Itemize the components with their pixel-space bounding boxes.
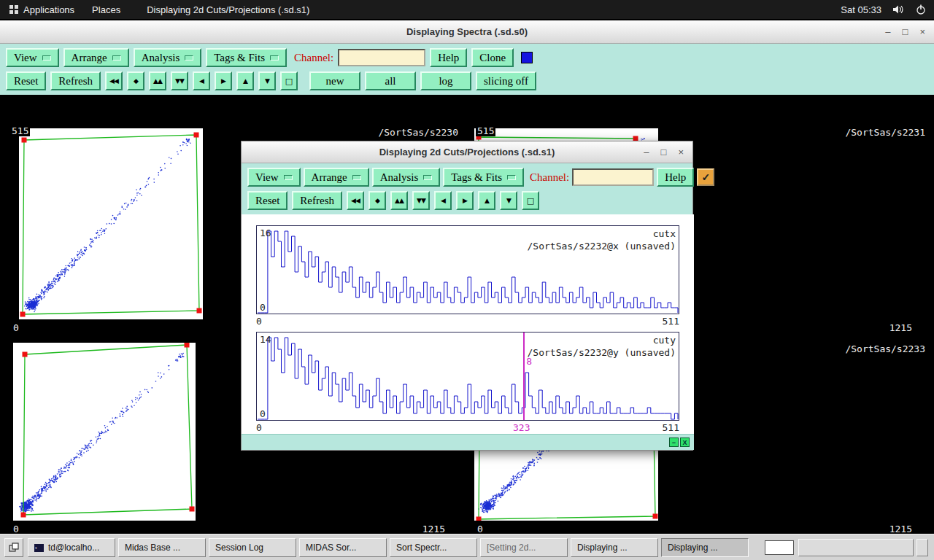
places-label: Places bbox=[92, 4, 120, 15]
dialog-panel-close-button[interactable]: X bbox=[680, 438, 690, 447]
nav-page-down-button[interactable]: ▼▼ bbox=[171, 71, 188, 90]
applications-label: Applications bbox=[23, 4, 74, 15]
dialog-titlebar[interactable]: Displaying 2d Cuts/Projections (.sd.s1) … bbox=[242, 141, 692, 163]
spectrum-name-label: /SortSas/s2233 bbox=[844, 343, 927, 354]
view-menu-label: View bbox=[255, 171, 279, 184]
nav-first-button[interactable]: ◀◀ bbox=[105, 71, 123, 90]
applications-icon bbox=[9, 4, 19, 15]
active-window-button[interactable]: Displaying 2d Cuts/Projections (.sd.s1) bbox=[138, 0, 318, 19]
workspace-switcher[interactable] bbox=[765, 540, 794, 555]
dialog-minimize-button[interactable]: – bbox=[644, 147, 649, 158]
dialog-channel-label: Channel: bbox=[530, 171, 569, 184]
color-swatch[interactable] bbox=[521, 52, 533, 63]
main-window-title: Displaying Spectra (.sd.s0) bbox=[406, 26, 528, 37]
menu-indicator-icon bbox=[423, 175, 432, 180]
dialog-arrange-menu-button[interactable]: Arrange bbox=[304, 168, 369, 187]
task-midas-base[interactable]: Midas Base ... bbox=[118, 538, 206, 557]
cuty-title: cuty bbox=[528, 334, 676, 346]
log-button[interactable]: log bbox=[420, 71, 471, 90]
task-displaying-cuts[interactable]: Displaying ... bbox=[661, 538, 749, 557]
channel-input[interactable] bbox=[338, 49, 425, 66]
cutx-source-label: /SortSas/s2232@x (unsaved) bbox=[528, 240, 676, 252]
dialog-maximize-button[interactable]: □ bbox=[661, 147, 667, 158]
dialog-reset-button[interactable]: Reset bbox=[247, 191, 287, 210]
confirm-checkbox[interactable]: ✓ bbox=[697, 168, 714, 186]
dialog-nav-up-button[interactable]: ▲ bbox=[478, 191, 495, 210]
cuty-source-label: /SortSas/s2232@y (unsaved) bbox=[528, 346, 676, 359]
dialog-view-menu-button[interactable]: View bbox=[247, 168, 301, 187]
task-label: MIDAS Sor... bbox=[306, 542, 356, 553]
help-button[interactable]: Help bbox=[430, 48, 467, 67]
analysis-menu-button[interactable]: Analysis bbox=[134, 48, 202, 67]
marker-line[interactable] bbox=[523, 332, 525, 420]
main-titlebar[interactable]: Displaying Spectra (.sd.s0) – □ × bbox=[0, 20, 934, 44]
dialog-channel-input[interactable] bbox=[572, 168, 654, 186]
task-label: [Setting 2d... bbox=[487, 542, 536, 553]
active-window-label: Displaying 2d Cuts/Projections (.sd.s1) bbox=[147, 4, 309, 15]
nav-center-button[interactable]: ◆ bbox=[127, 71, 144, 90]
volume-icon[interactable] bbox=[892, 4, 905, 15]
dialog-nav-page-up-button[interactable]: ▲▲ bbox=[390, 191, 408, 210]
dialog-close-button[interactable]: × bbox=[678, 147, 684, 158]
nav-page-up-button[interactable]: ▲▲ bbox=[149, 71, 166, 90]
task-label: Displaying ... bbox=[668, 542, 718, 553]
taskbar: › td@localho... Midas Base ... Session L… bbox=[0, 534, 934, 560]
minimize-button[interactable]: – bbox=[885, 26, 890, 37]
dialog-tags-fits-menu-button[interactable]: Tags & Fits bbox=[443, 168, 524, 187]
x-max-label: 1215 bbox=[888, 322, 914, 333]
nav-left-button[interactable]: ◀ bbox=[193, 71, 210, 90]
view-menu-button[interactable]: View bbox=[6, 48, 59, 67]
panel-handle[interactable] bbox=[916, 539, 928, 556]
histogram-panel-cutx[interactable]: 16 0 cutx /SortSas/s2232@x (unsaved) bbox=[256, 225, 679, 314]
task-midas-sort[interactable]: MIDAS Sor... bbox=[299, 538, 387, 557]
clock[interactable]: Sat 05:33 bbox=[841, 4, 881, 15]
dialog-bottom-strip: − X bbox=[242, 434, 694, 450]
scatter-plot-box[interactable] bbox=[13, 343, 196, 521]
new-button[interactable]: new bbox=[309, 71, 360, 90]
x-min-label: 0 bbox=[12, 322, 20, 333]
task-setting-2d[interactable]: [Setting 2d... bbox=[480, 538, 568, 557]
task-session-log[interactable]: Session Log bbox=[209, 538, 296, 557]
task-sort-spectra[interactable]: Sort Spectr... bbox=[390, 538, 477, 557]
reset-button[interactable]: Reset bbox=[6, 71, 46, 90]
analysis-menu-label: Analysis bbox=[142, 52, 180, 64]
nav-stop-button[interactable]: □ bbox=[280, 71, 298, 90]
dialog-nav-right-button[interactable]: ▶ bbox=[456, 191, 474, 210]
task-terminal[interactable]: › td@localho... bbox=[28, 538, 115, 557]
all-button[interactable]: all bbox=[365, 71, 416, 90]
taskbar-spacer-button[interactable] bbox=[798, 539, 914, 556]
menu-indicator-icon bbox=[42, 55, 51, 61]
refresh-button[interactable]: Refresh bbox=[50, 71, 101, 90]
top-panel-right: Sat 05:33 bbox=[841, 4, 934, 15]
power-icon[interactable] bbox=[915, 4, 927, 15]
close-button[interactable]: × bbox=[919, 26, 925, 37]
applications-menu[interactable]: Applications bbox=[0, 0, 83, 19]
histogram-panel-cuty[interactable]: 14 0 cuty /SortSas/s2232@y (unsaved) 8 bbox=[256, 332, 679, 421]
maximize-button[interactable]: □ bbox=[903, 26, 908, 37]
scatter-plot-box[interactable] bbox=[19, 128, 203, 319]
dialog-analysis-menu-button[interactable]: Analysis bbox=[372, 168, 441, 187]
menu-indicator-icon bbox=[112, 55, 121, 61]
dialog-nav-center-button[interactable]: ◆ bbox=[368, 191, 386, 210]
slicing-button[interactable]: slicing off bbox=[476, 71, 536, 90]
dialog-nav-page-down-button[interactable]: ▼▼ bbox=[412, 191, 430, 210]
nav-down-button[interactable]: ▼ bbox=[258, 71, 276, 90]
window-list-button[interactable] bbox=[4, 538, 23, 557]
dialog-nav-left-button[interactable]: ◀ bbox=[434, 191, 452, 210]
nav-right-button[interactable]: ▶ bbox=[215, 71, 232, 90]
arrange-menu-button[interactable]: Arrange bbox=[63, 48, 129, 67]
dialog-refresh-button[interactable]: Refresh bbox=[292, 191, 342, 210]
dialog-help-button[interactable]: Help bbox=[657, 168, 694, 187]
dialog-nav-stop-button[interactable]: □ bbox=[522, 191, 539, 210]
x-min-label: 0 bbox=[476, 524, 485, 534]
clone-button[interactable]: Clone bbox=[471, 48, 514, 67]
dialog-nav-first-button[interactable]: ◀◀ bbox=[347, 191, 364, 210]
cuty-header: cuty /SortSas/s2232@y (unsaved) bbox=[528, 334, 676, 359]
tags-fits-menu-button[interactable]: Tags & Fits bbox=[206, 48, 287, 67]
dialog-mini-controls: − X bbox=[669, 438, 690, 447]
places-menu[interactable]: Places bbox=[83, 0, 129, 19]
dialog-panel-minimize-button[interactable]: − bbox=[669, 438, 679, 447]
nav-up-button[interactable]: ▲ bbox=[236, 71, 254, 90]
dialog-nav-down-button[interactable]: ▼ bbox=[500, 191, 517, 210]
task-displaying-spectra[interactable]: Displaying ... bbox=[571, 538, 658, 557]
